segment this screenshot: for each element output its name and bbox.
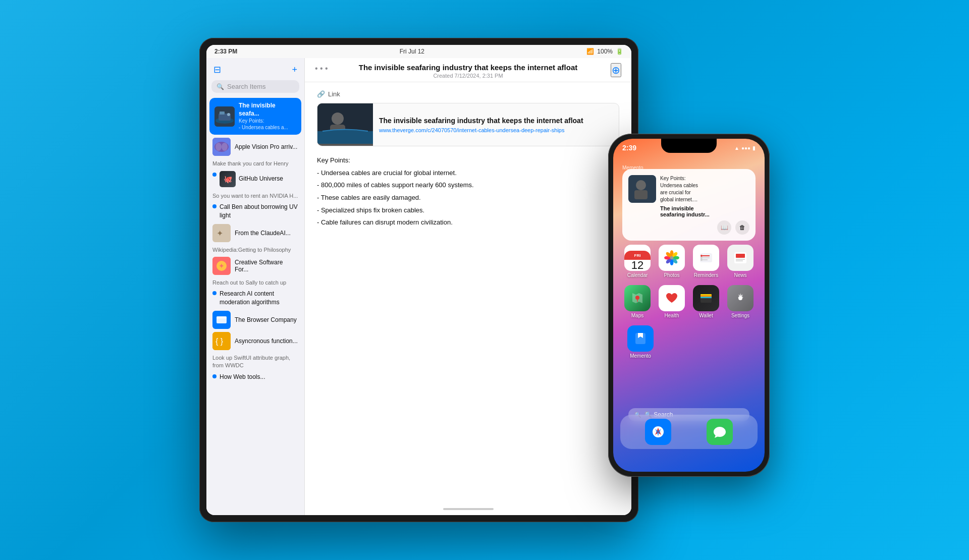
article-title: The invisible seafaring industry that ke… <box>315 63 621 72</box>
more-options-icon: • • • <box>315 64 328 73</box>
creative-thumb: ✦ <box>212 257 231 275</box>
maps-app[interactable]: Maps <box>624 285 651 318</box>
item-subtitle: Key Points:- Undersea cables a... <box>239 118 296 131</box>
item-title-text: The invisible seafa... Key Points:- Unde… <box>239 102 296 131</box>
wallet-label: Wallet <box>699 313 713 318</box>
github-thumb: 🐙 <box>220 171 236 187</box>
list-item[interactable]: The Browser Company <box>206 309 304 330</box>
widget-info: Key Points:Undersea cablesare crucial fo… <box>660 175 749 235</box>
settings-icon <box>727 285 753 311</box>
main-panel: • • • The invisible seafaring industry t… <box>305 58 631 515</box>
svg-point-4 <box>227 113 230 116</box>
widget-article-title: The invisibleseafaring industr... <box>660 205 749 217</box>
key-point-1: - Undersea cables are crucial for global… <box>317 167 619 180</box>
home-indicator <box>443 508 494 510</box>
dot-indicator <box>212 291 217 295</box>
item-title: How Web tools... <box>220 373 265 381</box>
health-app[interactable]: Health <box>659 285 685 318</box>
svg-point-21 <box>332 113 344 125</box>
item-title: The invisible seafa... <box>239 102 296 118</box>
wallet-app[interactable]: Wallet <box>693 285 719 318</box>
ipad-date: Fri Jul 12 <box>400 48 424 55</box>
list-item[interactable]: Apple Vision Pro arriv... <box>206 136 304 157</box>
list-item[interactable]: Call Ben about borrowing UV light <box>206 201 304 222</box>
dot-indicator <box>212 374 217 378</box>
app-grid: FRI 12 Calendar <box>613 245 765 366</box>
list-item[interactable]: { } Asyncronous function... <box>206 330 304 351</box>
main-body: 🔗 Link <box>305 82 631 505</box>
item-title: Asyncronous function... <box>235 338 298 345</box>
memento-app[interactable]: Memento <box>627 325 654 359</box>
section-label: Look up SwiftUI attribute graph, from WW… <box>206 351 304 371</box>
section-label: Wikipedia:Getting to Philosophy <box>206 243 304 255</box>
iphone-dock <box>620 415 758 449</box>
settings-label: Settings <box>731 313 749 318</box>
iphone-screen: 2:39 ▲ ●●● ▮ Memento Key Points <box>613 139 765 472</box>
iphone-status-icons: ▲ ●●● ▮ <box>734 144 756 152</box>
section-label: So you want to rent an NVIDIA H... <box>206 189 304 201</box>
photos-icon <box>659 245 685 271</box>
svg-point-7 <box>216 143 222 151</box>
svg-rect-16 <box>217 316 227 319</box>
widget-app-label: Memento <box>622 165 643 171</box>
battery-icon: 🔋 <box>616 48 623 55</box>
list-item[interactable]: Research AI content moderation algorithm… <box>206 288 304 309</box>
dot-indicator <box>212 173 217 177</box>
item-thumbnail: ✦ <box>212 224 231 242</box>
reminders-label: Reminders <box>694 272 718 278</box>
news-label: News <box>734 272 746 278</box>
list-item[interactable]: 🐙 GitHub Universe <box>206 169 304 189</box>
iphone-notch <box>661 139 717 153</box>
iphone-device: 2:39 ▲ ●●● ▮ Memento Key Points <box>608 134 770 477</box>
section-label: Reach out to Sally to catch up <box>206 276 304 288</box>
key-point-2: - 800,000 miles of cables support nearly… <box>317 179 619 192</box>
sidebar-header: ⊟ + <box>206 58 304 80</box>
widget-bookmark-button[interactable]: 📖 <box>717 220 731 235</box>
link-label: 🔗 Link <box>317 90 619 98</box>
list-item[interactable]: How Web tools... <box>206 371 304 383</box>
avp-thumb <box>212 138 231 156</box>
item-title: Creative Software For... <box>235 259 298 273</box>
main-header: • • • The invisible seafaring industry t… <box>305 58 631 82</box>
key-points-section: Key Points: - Undersea cables are crucia… <box>317 154 619 229</box>
link-card[interactable]: The invisible seafaring industry that ke… <box>317 103 619 146</box>
svg-point-41 <box>701 257 703 259</box>
messages-app[interactable] <box>707 419 733 445</box>
settings-app[interactable]: Settings <box>727 285 753 318</box>
reminders-app[interactable]: Reminders <box>693 245 719 278</box>
svg-point-42 <box>701 259 703 261</box>
safari-icon <box>645 419 671 445</box>
photos-app[interactable]: Photos <box>659 245 685 278</box>
list-item[interactable]: The invisible seafa... Key Points:- Unde… <box>209 98 301 135</box>
seafaring-thumb <box>214 106 235 127</box>
section-label: Make thank you card for Henry <box>206 157 304 169</box>
news-app[interactable]: News <box>727 245 753 278</box>
key-point-4: - Specialized ships fix broken cables. <box>317 204 619 217</box>
wallet-icon <box>693 285 719 311</box>
health-label: Health <box>665 313 679 318</box>
sidebar: ⊟ + 🔍 Search Items <box>206 58 305 515</box>
battery-text: 100% <box>597 48 613 55</box>
memento-widget[interactable]: Key Points:Undersea cablesare crucial fo… <box>622 169 756 241</box>
share-button[interactable]: ⊕ <box>611 63 621 77</box>
browser-thumb <box>212 311 231 329</box>
safari-app[interactable] <box>645 419 671 445</box>
sidebar-toggle-button[interactable]: ⊟ <box>212 63 222 76</box>
item-title: From the ClaudeAI... <box>235 230 291 237</box>
item-thumbnail <box>212 138 231 156</box>
wifi-icon: 📶 <box>586 48 594 55</box>
messages-icon <box>707 419 733 445</box>
calendar-app[interactable]: FRI 12 Calendar <box>624 245 651 278</box>
list-item[interactable]: ✦ From the ClaudeAI... <box>206 222 304 243</box>
key-point-5: - Cable failures can disrupt modern civi… <box>317 216 619 229</box>
widget-delete-button[interactable]: 🗑 <box>735 220 749 235</box>
search-placeholder: Search Items <box>227 83 266 90</box>
add-item-button[interactable]: + <box>291 64 298 76</box>
calendar-date: 12 <box>631 260 643 271</box>
item-thumbnail <box>212 311 231 329</box>
search-bar[interactable]: 🔍 Search Items <box>211 80 299 93</box>
list-item[interactable]: ✦ Creative Software For... <box>206 255 304 276</box>
signal-icon: ●●● <box>741 145 750 151</box>
widget-thumbnail <box>628 175 656 203</box>
item-thumbnail: 🐙 <box>220 171 236 187</box>
